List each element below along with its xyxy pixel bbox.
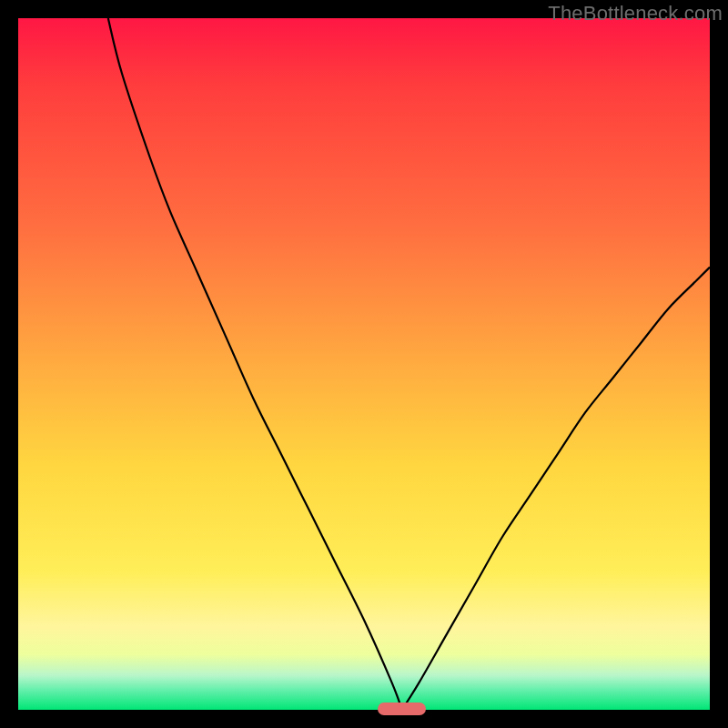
watermark-text: TheBottleneck.com [548,2,723,25]
plot-area [18,18,710,710]
curve-right [402,268,710,710]
optimal-marker [378,703,426,715]
chart-frame: TheBottleneck.com [0,0,728,728]
bottleneck-curve [18,18,710,710]
curve-left [108,18,402,710]
